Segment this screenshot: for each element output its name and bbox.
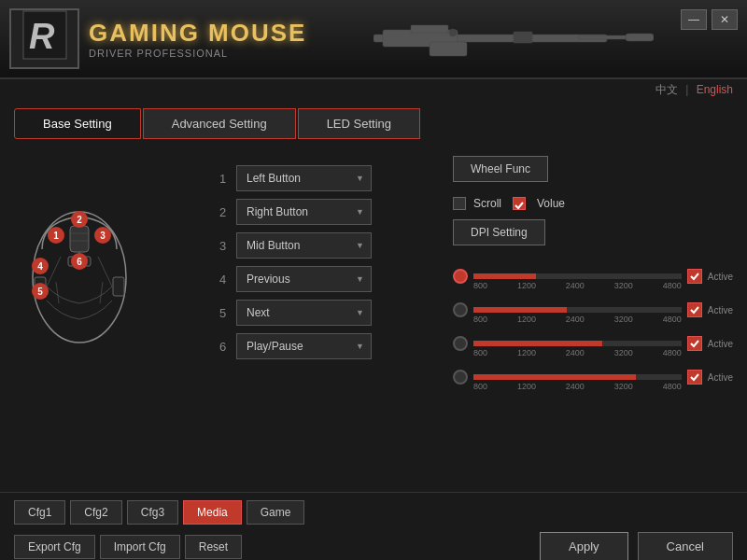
dpi-row-4: 800 1200 2400 3200 4800 Active — [453, 363, 733, 391]
btn-select-wrap-2: Right Button Left Button Mid Button — [236, 199, 372, 225]
apply-button[interactable]: Apply — [540, 532, 628, 560]
logo-r: R — [21, 9, 68, 69]
btn-select-3[interactable]: Mid Button Left Button Right Button — [236, 232, 372, 259]
svg-rect-4 — [411, 25, 448, 33]
button-row-4: 4 Previous Next Play/Pause — [219, 266, 425, 292]
footer-right-buttons: Apply Cancel — [540, 532, 733, 560]
btn-select-wrap-3: Mid Button Left Button Right Button — [236, 232, 372, 259]
brand-name: GAMING MOUSE — [89, 19, 306, 48]
dpi-active-check-4[interactable] — [687, 370, 702, 385]
btn-num-5: 5 — [219, 306, 236, 320]
btn-select-wrap-5: Next Previous Play/Pause — [236, 300, 372, 326]
language-bar: 中文 | English — [0, 79, 747, 101]
dpi-led-1 — [453, 269, 468, 284]
header: R GAMING MOUSE DRIVER PROFESSIONAL — ✕ — [0, 0, 747, 79]
svg-point-8 — [449, 29, 457, 36]
footer: Cfg1 Cfg2 Cfg3 Media Game Export Cfg Imp… — [0, 492, 747, 560]
dpi-setting-button[interactable]: DPI Setting — [453, 219, 545, 245]
import-cfg-button[interactable]: Import Cfg — [100, 535, 180, 559]
mouse-diagram: 1 2 3 4 5 6 — [14, 156, 145, 352]
svg-rect-6 — [626, 34, 654, 41]
btn-select-wrap-6: Play/Pause Previous Next — [236, 333, 372, 359]
dpi-active-check-1[interactable] — [687, 269, 702, 284]
btn-num-4: 4 — [219, 273, 236, 287]
dpi-row-1: 800 1200 2400 3200 4800 Active — [453, 262, 733, 290]
lang-en-button[interactable]: English — [697, 83, 733, 96]
cfg3-button[interactable]: Cfg3 — [127, 500, 178, 525]
svg-rect-16 — [113, 277, 124, 296]
window-controls: — ✕ — [681, 9, 738, 30]
volume-label: Volue — [537, 197, 565, 210]
close-button[interactable]: ✕ — [712, 9, 738, 30]
scroll-uncheck[interactable] — [453, 197, 466, 210]
cancel-button[interactable]: Cancel — [638, 532, 733, 560]
button-row-2: 2 Right Button Left Button Mid Button — [219, 199, 425, 225]
dpi-active-label-1: Active — [708, 272, 733, 282]
dpi-row-2: 800 1200 2400 3200 4800 Active — [453, 296, 733, 324]
button-assignments: 1 Left Button Right Button Mid Button 2 … — [201, 156, 444, 483]
minimize-button[interactable]: — — [681, 9, 707, 30]
dpi-active-label-4: Active — [708, 372, 733, 383]
btn-select-4[interactable]: Previous Next Play/Pause — [236, 266, 372, 292]
btn-select-5[interactable]: Next Previous Play/Pause — [236, 300, 372, 326]
svg-text:2: 2 — [77, 215, 82, 225]
svg-text:4: 4 — [37, 261, 43, 272]
btn-select-6[interactable]: Play/Pause Previous Next — [236, 333, 372, 359]
scroll-label: Scroll — [473, 197, 501, 210]
dpi-row-3: 800 1200 2400 3200 4800 Active — [453, 329, 733, 357]
svg-line-20 — [56, 282, 59, 303]
tab-advanced-setting[interactable]: Advanced Setting — [143, 108, 296, 139]
gun-decoration — [374, 21, 654, 58]
dpi-active-label-3: Active — [708, 339, 733, 349]
button-row-5: 5 Next Previous Play/Pause — [219, 300, 425, 326]
dpi-led-3 — [453, 336, 468, 351]
lang-zh-button[interactable]: 中文 — [655, 83, 678, 96]
dpi-active-check-3[interactable] — [687, 336, 702, 351]
dpi-section: 800 1200 2400 3200 4800 Active — [453, 262, 733, 391]
logo-box: R — [9, 8, 79, 69]
logo-area: R GAMING MOUSE DRIVER PROFESSIONAL — [9, 8, 306, 69]
svg-line-19 — [98, 257, 112, 287]
svg-rect-7 — [430, 42, 467, 56]
svg-text:6: 6 — [77, 257, 82, 267]
btn-select-wrap-4: Previous Next Play/Pause — [236, 266, 372, 292]
footer-bottom: Export Cfg Import Cfg Reset Apply Cancel — [14, 532, 733, 560]
wheel-func-button[interactable]: Wheel Func — [453, 156, 548, 182]
dpi-slider-2[interactable]: 800 1200 2400 3200 4800 — [473, 296, 682, 324]
tab-led-setting[interactable]: LED Setting — [298, 108, 420, 139]
reset-button[interactable]: Reset — [185, 535, 242, 559]
config-row: Cfg1 Cfg2 Cfg3 Media Game — [14, 500, 733, 525]
main-content: 1 2 3 4 5 6 1 Left Button Right Button — [0, 147, 747, 492]
button-row-1: 1 Left Button Right Button Mid Button — [219, 165, 425, 191]
btn-num-6: 6 — [219, 340, 236, 354]
btn-select-1[interactable]: Left Button Right Button Mid Button — [236, 165, 372, 191]
svg-text:5: 5 — [37, 287, 43, 297]
footer-left-buttons: Export Cfg Import Cfg Reset — [14, 535, 242, 559]
dpi-led-2 — [453, 302, 468, 317]
tab-bar: Base Setting Advanced Setting LED Settin… — [0, 101, 747, 147]
right-panel: Wheel Func Scroll Volue DPI Setting — [444, 156, 733, 483]
mouse-area: 1 2 3 4 5 6 — [14, 156, 201, 483]
tab-base-setting[interactable]: Base Setting — [14, 108, 141, 139]
dpi-active-check-2[interactable] — [687, 302, 702, 317]
cfg1-button[interactable]: Cfg1 — [14, 500, 65, 525]
btn-num-3: 3 — [219, 239, 236, 253]
media-button[interactable]: Media — [183, 500, 242, 525]
export-cfg-button[interactable]: Export Cfg — [14, 535, 95, 559]
scroll-volume-row: Scroll Volue — [453, 197, 733, 210]
svg-line-18 — [47, 257, 61, 287]
game-button[interactable]: Game — [247, 500, 305, 525]
button-row-3: 3 Mid Button Left Button Right Button — [219, 232, 425, 259]
svg-line-21 — [100, 282, 103, 303]
volume-check[interactable] — [513, 197, 526, 210]
dpi-slider-1[interactable]: 800 1200 2400 3200 4800 — [473, 262, 682, 290]
svg-rect-9 — [514, 32, 532, 43]
cfg2-button[interactable]: Cfg2 — [70, 500, 121, 525]
btn-select-2[interactable]: Right Button Left Button Mid Button — [236, 199, 372, 225]
svg-text:3: 3 — [100, 231, 106, 241]
dpi-slider-3[interactable]: 800 1200 2400 3200 4800 — [473, 329, 682, 357]
svg-text:R: R — [29, 17, 55, 56]
dpi-slider-4[interactable]: 800 1200 2400 3200 4800 — [473, 363, 682, 391]
svg-text:1: 1 — [53, 231, 59, 241]
brand-sub: DRIVER PROFESSIONAL — [89, 48, 306, 59]
